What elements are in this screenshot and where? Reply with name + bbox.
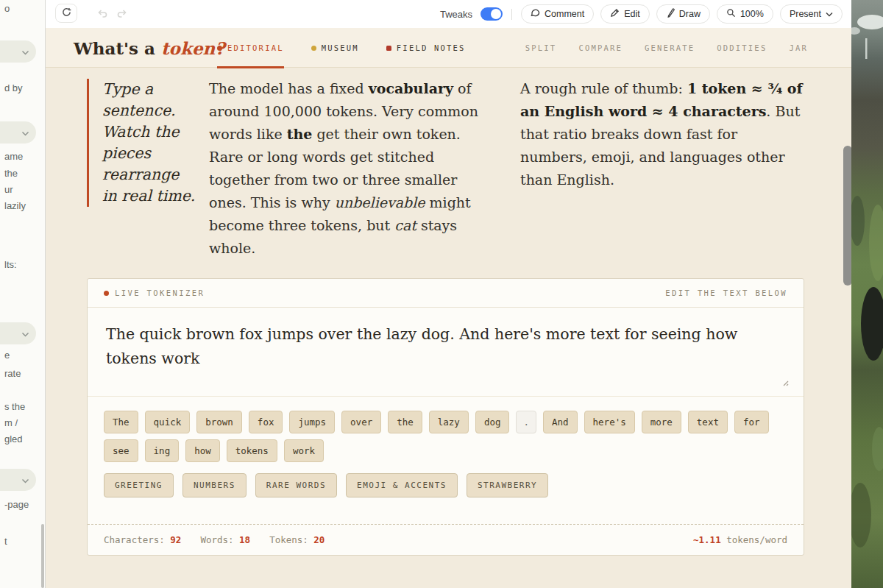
magnifier-icon	[726, 8, 736, 20]
preset-button-rare-words[interactable]: RARE WORDS	[255, 473, 337, 497]
square-marker-icon	[386, 46, 391, 51]
sidebar-text-fragment: lazily	[4, 200, 26, 211]
token-chip: how	[185, 439, 220, 462]
zoom-button[interactable]: 100%	[717, 4, 773, 24]
token-chip: more	[642, 411, 681, 433]
chevron-down-icon	[21, 473, 29, 486]
stat-item: Characters: 92	[104, 534, 181, 545]
edit-button[interactable]: Edit	[600, 4, 650, 24]
nav-tab-label: MUSEUM	[322, 43, 359, 52]
chevron-down-icon	[21, 45, 29, 58]
toggle-knob	[491, 9, 501, 19]
site-header: What's a token? EDITORIALMUSEUMFIELD NOT…	[46, 28, 851, 68]
sidebar-select[interactable]	[0, 121, 36, 144]
tokenizer-input-wrap: The quick brown fox jumps over the lazy …	[88, 308, 804, 397]
title-accent: token?	[161, 38, 225, 58]
sidebar-scrollbar-thumb[interactable]	[41, 524, 44, 588]
dot-marker-icon	[217, 46, 222, 51]
comment-bubble-icon	[531, 8, 540, 20]
sidebar-select[interactable]	[0, 40, 36, 63]
nav-link-generate[interactable]: GENERATE	[645, 43, 695, 52]
token-chip: fox	[249, 411, 283, 433]
preset-button-emoji-accents[interactable]: EMOJI & ACCENTS	[346, 473, 458, 497]
token-list: Thequickbrownfoxjumpsoverthelazydog.Andh…	[88, 397, 798, 462]
preset-button-numbers[interactable]: NUMBERS	[182, 473, 247, 497]
comment-button[interactable]: Comment	[521, 4, 594, 24]
chevron-down-icon	[21, 126, 29, 139]
text-segment: The model has a fixed	[209, 80, 369, 96]
nav-tab-museum[interactable]: MUSEUM	[311, 28, 359, 68]
token-chip: jumps	[289, 411, 335, 433]
sidebar-select[interactable]	[0, 322, 36, 344]
refresh-icon	[62, 7, 71, 20]
token-chip: lazy	[429, 411, 469, 433]
pencil-icon	[666, 8, 675, 20]
chevron-down-icon	[826, 9, 833, 19]
token-chip: tokens	[227, 439, 277, 462]
nav-link-oddities[interactable]: ODDITIES	[717, 43, 767, 52]
sidebar-text-fragment: ame	[4, 151, 23, 162]
dot-marker-icon	[311, 46, 316, 51]
app-toolbar: Tweaks Comment	[46, 0, 851, 28]
sidebar-text-fragment: e	[4, 350, 10, 361]
undo-icon[interactable]	[97, 8, 108, 21]
text-segment: A rough rule of thumb:	[520, 80, 687, 96]
token-chip: see	[104, 439, 138, 462]
token-chip: dog	[475, 411, 510, 433]
title-regular: What's a	[74, 38, 161, 58]
token-chip: ing	[145, 439, 180, 462]
stat-item: Words: 18	[200, 534, 250, 545]
live-tokenizer-panel: LIVE TOKENIZER EDIT THE TEXT BELOW The q…	[87, 278, 804, 556]
preset-buttons: GREETINGNUMBERSRARE WORDSEMOJI & ACCENTS…	[88, 462, 804, 497]
live-dot-icon	[104, 291, 109, 296]
stats-group: Characters: 92Words: 18Tokens: 20	[104, 534, 325, 545]
nav-link-jar[interactable]: JAR	[789, 43, 808, 52]
draw-label: Draw	[679, 9, 701, 19]
pull-quote: Type a sentence. Watch the pieces rearra…	[87, 79, 197, 207]
sidebar-text-fragment: t	[4, 536, 7, 547]
toolbar-divider	[511, 9, 512, 20]
stat-label: Words:	[200, 534, 239, 545]
tokenizer-textarea[interactable]: The quick brown fox jumps over the lazy …	[106, 322, 772, 371]
sidebar-text-fragment: lts:	[4, 259, 17, 270]
background-photo	[851, 0, 883, 588]
primary-nav: EDITORIALMUSEUMFIELD NOTES	[217, 28, 466, 68]
present-button[interactable]: Present	[780, 4, 843, 24]
preset-button-greeting[interactable]: GREETING	[104, 473, 174, 497]
nav-tab-editorial[interactable]: EDITORIAL	[217, 28, 284, 68]
edit-label: Edit	[624, 9, 640, 19]
draw-button[interactable]: Draw	[656, 4, 710, 24]
sidebar-text-fragment: the	[4, 168, 18, 179]
stat-label: Characters:	[104, 534, 170, 545]
text-segment: vocabulary	[369, 80, 453, 96]
token-chip: text	[688, 411, 728, 433]
ratio-value: ~1.11	[693, 534, 721, 545]
token-chip: brown	[196, 411, 242, 433]
nav-tab-field-notes[interactable]: FIELD NOTES	[386, 28, 466, 68]
screen: od byametheurlazilylts:erates them /gled…	[0, 0, 883, 588]
token-chip: And	[543, 411, 578, 433]
tweaks-toggle[interactable]	[480, 7, 503, 21]
nav-link-compare[interactable]: COMPARE	[578, 43, 623, 52]
main-area: Tweaks Comment	[46, 0, 851, 588]
stat-label: Tokens:	[269, 534, 313, 545]
reload-button[interactable]	[55, 4, 77, 23]
redo-icon[interactable]	[116, 8, 127, 21]
text-segment: unbelievable	[335, 194, 425, 210]
pen-icon	[610, 8, 620, 20]
token-chip: .	[516, 411, 536, 433]
preset-button-strawberry[interactable]: STRAWBERRY	[467, 473, 548, 497]
panel-hint: EDIT THE TEXT BELOW	[665, 288, 787, 297]
sidebar-select[interactable]	[0, 469, 36, 491]
stat-value: 92	[170, 534, 181, 545]
token-chip: here's	[584, 411, 635, 433]
tweaks-label: Tweaks	[440, 9, 472, 20]
resize-handle-icon[interactable]	[781, 376, 789, 389]
token-chip: the	[388, 411, 422, 433]
page-content: Type a sentence. Watch the pieces rearra…	[46, 68, 851, 588]
page-title: What's a token?	[74, 38, 225, 58]
editorial-paragraph-2: A rough rule of thumb: 1 token ≈ ¾ of an…	[520, 77, 804, 191]
nav-tab-label: FIELD NOTES	[397, 43, 466, 52]
sidebar-text-fragment: ur	[4, 184, 13, 195]
nav-link-split[interactable]: SPLIT	[525, 43, 557, 52]
